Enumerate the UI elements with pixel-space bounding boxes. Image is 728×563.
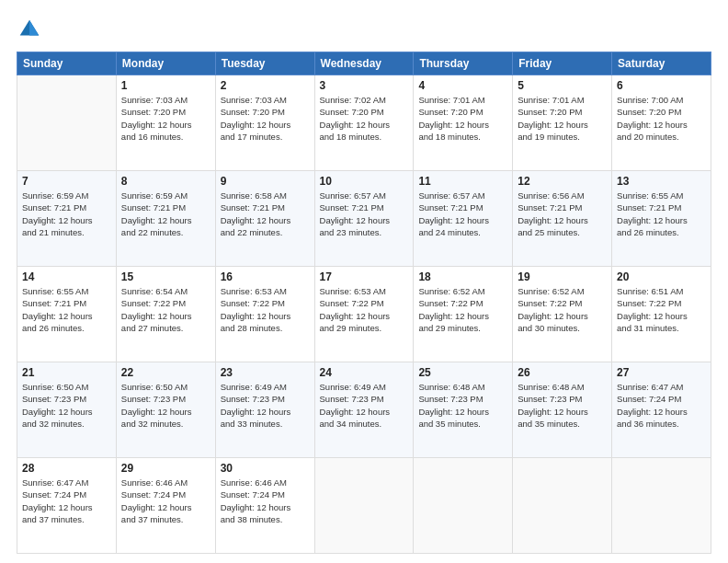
weekday-header-tuesday: Tuesday	[215, 52, 314, 75]
day-info: Sunrise: 7:01 AM Sunset: 7:20 PM Dayligh…	[418, 94, 507, 143]
day-number: 3	[320, 79, 409, 92]
page: SundayMondayTuesdayWednesdayThursdayFrid…	[0, 0, 728, 563]
day-info: Sunrise: 6:50 AM Sunset: 7:23 PM Dayligh…	[121, 381, 210, 430]
day-info: Sunrise: 6:48 AM Sunset: 7:23 PM Dayligh…	[418, 381, 507, 430]
day-info: Sunrise: 6:58 AM Sunset: 7:21 PM Dayligh…	[221, 190, 310, 238]
calendar-cell: 12Sunrise: 6:56 AM Sunset: 7:21 PM Dayli…	[513, 171, 612, 267]
day-number: 19	[518, 270, 607, 283]
calendar-row-3: 21Sunrise: 6:50 AM Sunset: 7:23 PM Dayli…	[17, 362, 711, 458]
day-info: Sunrise: 6:59 AM Sunset: 7:21 PM Dayligh…	[121, 190, 210, 238]
calendar-cell: 4Sunrise: 7:01 AM Sunset: 7:20 PM Daylig…	[414, 75, 513, 171]
calendar-row-1: 7Sunrise: 6:59 AM Sunset: 7:21 PM Daylig…	[17, 171, 711, 267]
calendar-cell: 29Sunrise: 6:46 AM Sunset: 7:24 PM Dayli…	[116, 458, 215, 554]
calendar-cell: 9Sunrise: 6:58 AM Sunset: 7:21 PM Daylig…	[215, 171, 314, 267]
calendar-cell: 17Sunrise: 6:53 AM Sunset: 7:22 PM Dayli…	[314, 267, 414, 362]
calendar-cell: 3Sunrise: 7:02 AM Sunset: 7:20 PM Daylig…	[314, 75, 414, 171]
day-info: Sunrise: 6:47 AM Sunset: 7:24 PM Dayligh…	[617, 381, 706, 430]
calendar-cell: 25Sunrise: 6:48 AM Sunset: 7:23 PM Dayli…	[414, 362, 513, 458]
calendar-cell	[612, 458, 711, 554]
day-info: Sunrise: 6:50 AM Sunset: 7:23 PM Dayligh…	[22, 381, 111, 430]
calendar-cell: 20Sunrise: 6:51 AM Sunset: 7:22 PM Dayli…	[612, 267, 711, 362]
day-number: 28	[22, 462, 111, 475]
calendar-cell	[414, 458, 513, 554]
calendar-cell: 28Sunrise: 6:47 AM Sunset: 7:24 PM Dayli…	[17, 458, 117, 554]
calendar-cell: 15Sunrise: 6:54 AM Sunset: 7:22 PM Dayli…	[116, 267, 215, 362]
day-info: Sunrise: 6:55 AM Sunset: 7:21 PM Dayligh…	[617, 190, 706, 238]
day-info: Sunrise: 6:49 AM Sunset: 7:23 PM Dayligh…	[320, 381, 409, 430]
calendar-cell: 16Sunrise: 6:53 AM Sunset: 7:22 PM Dayli…	[215, 267, 314, 362]
day-info: Sunrise: 6:46 AM Sunset: 7:24 PM Dayligh…	[221, 477, 310, 525]
day-number: 13	[617, 175, 706, 188]
calendar-cell: 30Sunrise: 6:46 AM Sunset: 7:24 PM Dayli…	[215, 458, 314, 554]
day-info: Sunrise: 6:53 AM Sunset: 7:22 PM Dayligh…	[320, 285, 409, 334]
day-number: 25	[418, 366, 507, 379]
day-number: 23	[221, 366, 310, 379]
day-info: Sunrise: 6:52 AM Sunset: 7:22 PM Dayligh…	[518, 285, 607, 334]
day-number: 1	[121, 79, 210, 92]
calendar-row-0: 1Sunrise: 7:03 AM Sunset: 7:20 PM Daylig…	[17, 75, 711, 171]
calendar-cell: 8Sunrise: 6:59 AM Sunset: 7:21 PM Daylig…	[116, 171, 215, 267]
day-info: Sunrise: 6:51 AM Sunset: 7:22 PM Dayligh…	[617, 285, 706, 334]
day-info: Sunrise: 6:57 AM Sunset: 7:21 PM Dayligh…	[320, 190, 409, 238]
calendar-cell: 10Sunrise: 6:57 AM Sunset: 7:21 PM Dayli…	[314, 171, 414, 267]
day-number: 6	[617, 79, 706, 92]
day-info: Sunrise: 6:53 AM Sunset: 7:22 PM Dayligh…	[221, 285, 310, 334]
calendar-cell: 18Sunrise: 6:52 AM Sunset: 7:22 PM Dayli…	[414, 267, 513, 362]
day-number: 14	[22, 270, 111, 283]
header-row: SundayMondayTuesdayWednesdayThursdayFrid…	[17, 52, 711, 75]
day-number: 18	[418, 270, 507, 283]
calendar-cell: 19Sunrise: 6:52 AM Sunset: 7:22 PM Dayli…	[513, 267, 612, 362]
day-info: Sunrise: 6:56 AM Sunset: 7:21 PM Dayligh…	[518, 190, 607, 238]
calendar-cell: 6Sunrise: 7:00 AM Sunset: 7:20 PM Daylig…	[612, 75, 711, 171]
day-number: 24	[320, 366, 409, 379]
day-info: Sunrise: 6:49 AM Sunset: 7:23 PM Dayligh…	[221, 381, 310, 430]
header	[17, 17, 711, 42]
calendar-cell	[513, 458, 612, 554]
day-number: 20	[617, 270, 706, 283]
weekday-header-monday: Monday	[116, 52, 215, 75]
day-info: Sunrise: 6:47 AM Sunset: 7:24 PM Dayligh…	[22, 477, 111, 525]
day-info: Sunrise: 7:03 AM Sunset: 7:20 PM Dayligh…	[221, 94, 310, 143]
calendar-cell: 11Sunrise: 6:57 AM Sunset: 7:21 PM Dayli…	[414, 171, 513, 267]
day-number: 16	[221, 270, 310, 283]
day-info: Sunrise: 6:52 AM Sunset: 7:22 PM Dayligh…	[418, 285, 507, 334]
calendar-table: SundayMondayTuesdayWednesdayThursdayFrid…	[17, 52, 711, 554]
calendar-cell: 13Sunrise: 6:55 AM Sunset: 7:21 PM Dayli…	[612, 171, 711, 267]
calendar-cell: 23Sunrise: 6:49 AM Sunset: 7:23 PM Dayli…	[215, 362, 314, 458]
day-info: Sunrise: 6:48 AM Sunset: 7:23 PM Dayligh…	[518, 381, 607, 430]
day-number: 22	[121, 366, 210, 379]
day-number: 29	[121, 462, 210, 475]
day-number: 27	[617, 366, 706, 379]
day-number: 10	[320, 175, 409, 188]
day-info: Sunrise: 7:02 AM Sunset: 7:20 PM Dayligh…	[320, 94, 409, 143]
day-number: 5	[518, 79, 607, 92]
day-info: Sunrise: 7:03 AM Sunset: 7:20 PM Dayligh…	[121, 94, 210, 143]
weekday-header-saturday: Saturday	[612, 52, 711, 75]
day-number: 21	[22, 366, 111, 379]
day-number: 7	[22, 175, 111, 188]
day-info: Sunrise: 6:55 AM Sunset: 7:21 PM Dayligh…	[22, 285, 111, 334]
calendar-cell: 27Sunrise: 6:47 AM Sunset: 7:24 PM Dayli…	[612, 362, 711, 458]
calendar-cell: 2Sunrise: 7:03 AM Sunset: 7:20 PM Daylig…	[215, 75, 314, 171]
calendar-cell: 1Sunrise: 7:03 AM Sunset: 7:20 PM Daylig…	[116, 75, 215, 171]
calendar-cell: 21Sunrise: 6:50 AM Sunset: 7:23 PM Dayli…	[17, 362, 117, 458]
calendar-cell: 7Sunrise: 6:59 AM Sunset: 7:21 PM Daylig…	[17, 171, 117, 267]
day-info: Sunrise: 7:00 AM Sunset: 7:20 PM Dayligh…	[617, 94, 706, 143]
day-number: 26	[518, 366, 607, 379]
weekday-header-sunday: Sunday	[17, 52, 117, 75]
logo	[17, 17, 46, 42]
day-number: 2	[221, 79, 310, 92]
weekday-header-friday: Friday	[513, 52, 612, 75]
day-info: Sunrise: 7:01 AM Sunset: 7:20 PM Dayligh…	[518, 94, 607, 143]
day-number: 11	[418, 175, 507, 188]
day-info: Sunrise: 6:57 AM Sunset: 7:21 PM Dayligh…	[418, 190, 507, 238]
day-info: Sunrise: 6:59 AM Sunset: 7:21 PM Dayligh…	[22, 190, 111, 238]
weekday-header-thursday: Thursday	[414, 52, 513, 75]
weekday-header-wednesday: Wednesday	[314, 52, 414, 75]
day-info: Sunrise: 6:54 AM Sunset: 7:22 PM Dayligh…	[121, 285, 210, 334]
calendar-cell: 5Sunrise: 7:01 AM Sunset: 7:20 PM Daylig…	[513, 75, 612, 171]
day-number: 8	[121, 175, 210, 188]
calendar-cell: 14Sunrise: 6:55 AM Sunset: 7:21 PM Dayli…	[17, 267, 117, 362]
day-info: Sunrise: 6:46 AM Sunset: 7:24 PM Dayligh…	[121, 477, 210, 525]
day-number: 4	[418, 79, 507, 92]
